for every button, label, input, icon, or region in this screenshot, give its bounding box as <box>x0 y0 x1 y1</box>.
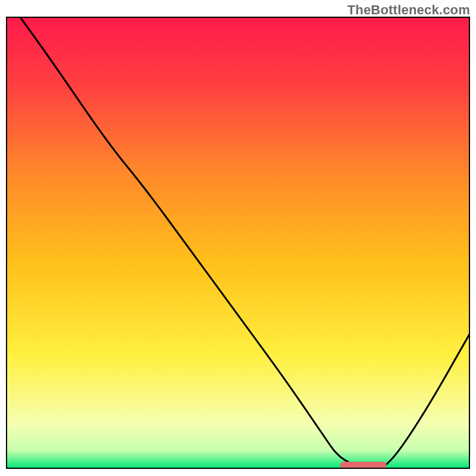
watermark-text: TheBottleneck.com <box>347 2 470 18</box>
chart-svg <box>6 17 470 469</box>
gradient-background <box>7 17 469 468</box>
chart-stage: TheBottleneck.com <box>0 0 476 476</box>
